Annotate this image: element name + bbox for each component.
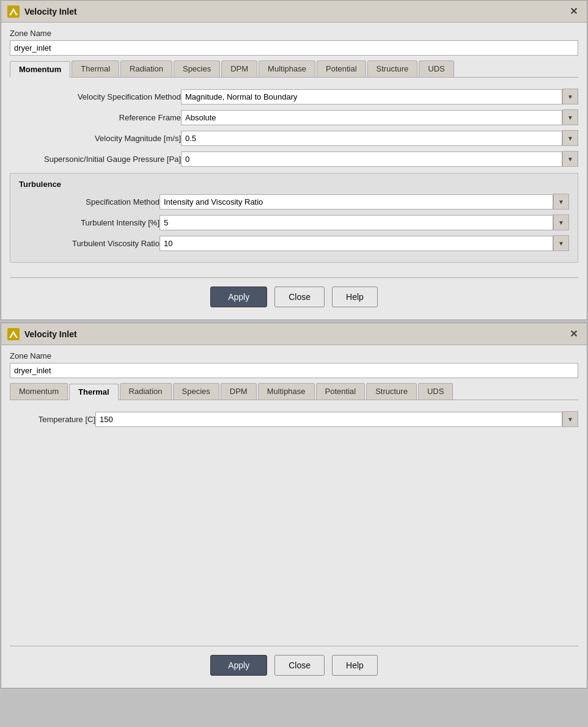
- turb-intensity-row: Turbulent Intensity [%] ▼: [19, 214, 569, 230]
- tab-2-multiphase[interactable]: Multiphase: [258, 383, 315, 400]
- turb-viscosity-label: Turbulent Viscosity Ratio: [19, 239, 160, 248]
- tab-2-species[interactable]: Species: [173, 383, 219, 400]
- apply-button-2[interactable]: Apply: [210, 655, 267, 676]
- vel-mag-label: Velocity Magnitude [m/s]: [10, 134, 181, 143]
- tab-1-momentum[interactable]: Momentum: [10, 61, 70, 78]
- velocity-spec-dropdown[interactable]: ▼: [562, 89, 578, 104]
- help-button-2[interactable]: Help: [332, 655, 378, 676]
- dialog-1-body: Zone Name Momentum Thermal Radiation Spe…: [1, 23, 587, 320]
- tabs-2: Momentum Thermal Radiation Species DPM M…: [10, 383, 578, 400]
- close-button-1[interactable]: Close: [274, 287, 325, 307]
- turb-intensity-label: Turbulent Intensity [%]: [19, 218, 160, 227]
- pressure-row: Supersonic/Initial Gauge Pressure [Pa] ▼: [10, 151, 578, 167]
- tab-2-dpm[interactable]: DPM: [221, 383, 257, 400]
- turb-intensity-dropdown[interactable]: ▼: [553, 214, 569, 230]
- spec-method-dropdown[interactable]: ▼: [553, 194, 569, 210]
- turb-viscosity-input[interactable]: [160, 236, 553, 251]
- turbulence-title: Turbulence: [19, 180, 569, 189]
- dialog-2-title: Velocity Inlet: [24, 329, 77, 339]
- dialog-2-close-button[interactable]: ✕: [567, 327, 581, 341]
- help-button-1[interactable]: Help: [332, 287, 378, 307]
- pressure-label: Supersonic/Initial Gauge Pressure [Pa]: [10, 155, 181, 164]
- vel-mag-row: Velocity Magnitude [m/s] ▼: [10, 130, 578, 146]
- tab-1-potential[interactable]: Potential: [317, 60, 366, 77]
- temperature-label: Temperature [C]: [10, 415, 95, 424]
- thermal-form: Temperature [C] ▼: [10, 407, 578, 640]
- vel-mag-input[interactable]: [181, 131, 562, 146]
- dialog-2-body: Zone Name Momentum Thermal Radiation Spe…: [1, 345, 587, 688]
- tab-2-structure[interactable]: Structure: [366, 383, 417, 400]
- dialog-1-title: Velocity Inlet: [24, 7, 77, 16]
- dialog-1: Velocity Inlet ✕ Zone Name Momentum Ther…: [1, 0, 587, 320]
- vel-mag-dropdown[interactable]: ▼: [562, 130, 578, 146]
- tab-2-radiation[interactable]: Radiation: [120, 383, 172, 400]
- tab-1-radiation[interactable]: Radiation: [120, 60, 172, 77]
- tab-2-thermal[interactable]: Thermal: [69, 384, 119, 400]
- pressure-dropdown[interactable]: ▼: [562, 151, 578, 167]
- title-bar-1: Velocity Inlet ✕: [1, 1, 587, 23]
- velocity-spec-input[interactable]: [181, 89, 562, 104]
- velocity-spec-label: Velocity Specification Method: [10, 92, 181, 101]
- button-row-1: Apply Close Help: [10, 277, 578, 313]
- tab-1-structure[interactable]: Structure: [367, 60, 418, 77]
- tab-1-multiphase[interactable]: Multiphase: [259, 60, 315, 77]
- spec-method-row: Specification Method ▼: [19, 194, 569, 210]
- ref-frame-row: Reference Frame ▼: [10, 109, 578, 125]
- spec-method-label: Specification Method: [19, 197, 160, 206]
- zone-name-input-2[interactable]: [10, 363, 578, 378]
- tab-1-species[interactable]: Species: [174, 60, 220, 77]
- tabs-1: Momentum Thermal Radiation Species DPM M…: [10, 60, 578, 78]
- spec-method-input[interactable]: [160, 194, 553, 210]
- momentum-form: Velocity Specification Method ▼ Referenc…: [10, 85, 578, 271]
- turb-viscosity-dropdown[interactable]: ▼: [553, 235, 569, 251]
- dialog-1-close-button[interactable]: ✕: [567, 4, 581, 18]
- tab-2-uds[interactable]: UDS: [418, 383, 453, 400]
- temperature-input[interactable]: [95, 412, 562, 427]
- ref-frame-input[interactable]: [181, 110, 562, 125]
- turb-intensity-input[interactable]: [160, 215, 553, 230]
- ansys-logo-icon: [7, 5, 20, 18]
- tab-2-momentum[interactable]: Momentum: [10, 383, 68, 400]
- velocity-spec-row: Velocity Specification Method ▼: [10, 89, 578, 104]
- button-row-2: Apply Close Help: [10, 646, 578, 682]
- zone-name-input-1[interactable]: [10, 40, 578, 56]
- tab-1-uds[interactable]: UDS: [419, 60, 454, 77]
- tab-2-potential[interactable]: Potential: [316, 383, 366, 400]
- ansys-logo-icon-2: [7, 328, 20, 340]
- turb-viscosity-row: Turbulent Viscosity Ratio ▼: [19, 235, 569, 251]
- ref-frame-dropdown[interactable]: ▼: [562, 109, 578, 125]
- close-button-2[interactable]: Close: [274, 655, 325, 676]
- turbulence-group: Turbulence Specification Method ▼ Turbul…: [10, 173, 578, 263]
- tab-1-thermal[interactable]: Thermal: [72, 60, 119, 77]
- temperature-row: Temperature [C] ▼: [10, 411, 578, 427]
- zone-name-label-2: Zone Name: [10, 351, 578, 360]
- ref-frame-label: Reference Frame: [10, 113, 181, 122]
- apply-button-1[interactable]: Apply: [210, 287, 267, 307]
- zone-name-label-1: Zone Name: [10, 29, 578, 38]
- title-bar-2: Velocity Inlet ✕: [1, 323, 587, 345]
- dialog-2: Velocity Inlet ✕ Zone Name Momentum Ther…: [1, 323, 587, 689]
- temperature-dropdown[interactable]: ▼: [562, 411, 578, 427]
- tab-1-dpm[interactable]: DPM: [221, 60, 257, 77]
- pressure-input[interactable]: [181, 152, 562, 167]
